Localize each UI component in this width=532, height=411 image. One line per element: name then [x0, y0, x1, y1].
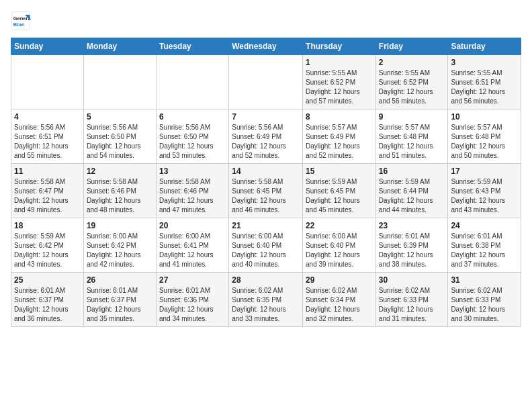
day-cell: 13Sunrise: 5:58 AM Sunset: 6:46 PM Dayli… — [156, 164, 228, 218]
day-number: 16 — [379, 167, 445, 176]
day-cell: 23Sunrise: 6:01 AM Sunset: 6:39 PM Dayli… — [375, 218, 448, 273]
day-info: Sunrise: 5:57 AM Sunset: 6:48 PM Dayligh… — [379, 123, 445, 161]
day-cell: 8Sunrise: 5:57 AM Sunset: 6:49 PM Daylig… — [303, 109, 376, 164]
day-info: Sunrise: 6:00 AM Sunset: 6:41 PM Dayligh… — [159, 232, 226, 269]
day-info: Sunrise: 6:00 AM Sunset: 6:40 PM Dayligh… — [306, 232, 373, 269]
calendar-table: SundayMondayTuesdayWednesdayThursdayFrid… — [11, 38, 521, 327]
header-row: SundayMondayTuesdayWednesdayThursdayFrid… — [11, 38, 521, 55]
day-cell: 24Sunrise: 6:01 AM Sunset: 6:38 PM Dayli… — [448, 218, 521, 273]
day-cell: 3Sunrise: 5:55 AM Sunset: 6:51 PM Daylig… — [448, 55, 521, 109]
day-info: Sunrise: 5:56 AM Sunset: 6:49 PM Dayligh… — [232, 123, 300, 161]
day-cell: 26Sunrise: 6:01 AM Sunset: 6:37 PM Dayli… — [83, 273, 156, 327]
day-header-saturday: Saturday — [448, 38, 521, 55]
day-number: 1 — [306, 58, 373, 67]
day-info: Sunrise: 5:58 AM Sunset: 6:47 PM Dayligh… — [14, 177, 81, 215]
day-cell: 6Sunrise: 5:56 AM Sunset: 6:50 PM Daylig… — [156, 109, 228, 164]
day-cell — [11, 55, 84, 109]
day-number: 13 — [159, 167, 226, 176]
day-info: Sunrise: 6:00 AM Sunset: 6:40 PM Dayligh… — [232, 232, 300, 269]
day-cell: 17Sunrise: 5:59 AM Sunset: 6:43 PM Dayli… — [448, 164, 521, 218]
day-number: 8 — [306, 112, 373, 122]
day-cell: 22Sunrise: 6:00 AM Sunset: 6:40 PM Dayli… — [303, 218, 376, 273]
day-cell — [156, 55, 228, 109]
day-cell: 30Sunrise: 6:02 AM Sunset: 6:33 PM Dayli… — [375, 273, 448, 327]
day-cell: 2Sunrise: 5:55 AM Sunset: 6:52 PM Daylig… — [375, 55, 448, 109]
day-cell: 5Sunrise: 5:56 AM Sunset: 6:50 PM Daylig… — [83, 109, 156, 164]
day-cell — [83, 55, 156, 109]
day-info: Sunrise: 6:00 AM Sunset: 6:42 PM Dayligh… — [87, 232, 153, 269]
week-row-3: 18Sunrise: 5:59 AM Sunset: 6:42 PM Dayli… — [11, 218, 521, 273]
day-cell: 18Sunrise: 5:59 AM Sunset: 6:42 PM Dayli… — [11, 218, 84, 273]
day-number: 3 — [451, 58, 518, 67]
day-info: Sunrise: 6:02 AM Sunset: 6:34 PM Dayligh… — [306, 286, 373, 324]
day-cell: 27Sunrise: 6:01 AM Sunset: 6:36 PM Dayli… — [156, 273, 228, 327]
day-info: Sunrise: 5:59 AM Sunset: 6:44 PM Dayligh… — [379, 177, 445, 215]
day-info: Sunrise: 5:59 AM Sunset: 6:43 PM Dayligh… — [451, 177, 518, 215]
day-cell: 10Sunrise: 5:57 AM Sunset: 6:48 PM Dayli… — [448, 109, 521, 164]
day-info: Sunrise: 5:57 AM Sunset: 6:48 PM Dayligh… — [451, 123, 518, 161]
day-number: 31 — [451, 275, 518, 285]
day-header-monday: Monday — [83, 38, 156, 55]
day-number: 12 — [87, 167, 153, 176]
day-info: Sunrise: 6:01 AM Sunset: 6:37 PM Dayligh… — [14, 286, 81, 324]
day-header-wednesday: Wednesday — [229, 38, 303, 55]
day-info: Sunrise: 6:01 AM Sunset: 6:38 PM Dayligh… — [451, 232, 518, 269]
day-number: 18 — [14, 221, 81, 230]
day-cell: 20Sunrise: 6:00 AM Sunset: 6:41 PM Dayli… — [156, 218, 228, 273]
week-row-1: 4Sunrise: 5:56 AM Sunset: 6:51 PM Daylig… — [11, 109, 521, 164]
day-cell: 11Sunrise: 5:58 AM Sunset: 6:47 PM Dayli… — [11, 164, 84, 218]
week-row-4: 25Sunrise: 6:01 AM Sunset: 6:37 PM Dayli… — [11, 273, 521, 327]
day-cell: 28Sunrise: 6:02 AM Sunset: 6:35 PM Dayli… — [229, 273, 303, 327]
svg-text:Blue: Blue — [13, 21, 24, 28]
day-number: 5 — [87, 112, 153, 122]
day-info: Sunrise: 6:02 AM Sunset: 6:35 PM Dayligh… — [232, 286, 300, 324]
day-number: 28 — [232, 275, 300, 285]
day-number: 15 — [306, 167, 373, 176]
day-info: Sunrise: 6:01 AM Sunset: 6:37 PM Dayligh… — [87, 286, 153, 324]
day-info: Sunrise: 5:57 AM Sunset: 6:49 PM Dayligh… — [306, 123, 373, 161]
day-cell: 4Sunrise: 5:56 AM Sunset: 6:51 PM Daylig… — [11, 109, 84, 164]
day-cell: 14Sunrise: 5:58 AM Sunset: 6:45 PM Dayli… — [229, 164, 303, 218]
day-info: Sunrise: 5:56 AM Sunset: 6:50 PM Dayligh… — [87, 123, 153, 161]
day-info: Sunrise: 5:55 AM Sunset: 6:52 PM Dayligh… — [306, 68, 373, 106]
day-info: Sunrise: 6:02 AM Sunset: 6:33 PM Dayligh… — [451, 286, 518, 324]
day-number: 19 — [87, 221, 153, 230]
day-number: 2 — [379, 58, 445, 67]
day-cell: 9Sunrise: 5:57 AM Sunset: 6:48 PM Daylig… — [375, 109, 448, 164]
day-number: 23 — [379, 221, 445, 230]
day-number: 11 — [14, 167, 81, 176]
day-number: 27 — [159, 275, 226, 285]
day-cell — [229, 55, 303, 109]
day-number: 26 — [87, 275, 153, 285]
day-cell: 15Sunrise: 5:59 AM Sunset: 6:45 PM Dayli… — [303, 164, 376, 218]
day-cell: 25Sunrise: 6:01 AM Sunset: 6:37 PM Dayli… — [11, 273, 84, 327]
day-cell: 31Sunrise: 6:02 AM Sunset: 6:33 PM Dayli… — [448, 273, 521, 327]
day-info: Sunrise: 5:59 AM Sunset: 6:42 PM Dayligh… — [14, 232, 81, 269]
week-row-0: 1Sunrise: 5:55 AM Sunset: 6:52 PM Daylig… — [11, 55, 521, 109]
day-number: 20 — [159, 221, 226, 230]
day-cell: 1Sunrise: 5:55 AM Sunset: 6:52 PM Daylig… — [303, 55, 376, 109]
day-number: 24 — [451, 221, 518, 230]
day-cell: 16Sunrise: 5:59 AM Sunset: 6:44 PM Dayli… — [375, 164, 448, 218]
day-number: 22 — [306, 221, 373, 230]
day-info: Sunrise: 5:58 AM Sunset: 6:46 PM Dayligh… — [159, 177, 226, 215]
day-number: 29 — [306, 275, 373, 285]
day-number: 10 — [451, 112, 518, 122]
day-info: Sunrise: 6:02 AM Sunset: 6:33 PM Dayligh… — [379, 286, 445, 324]
day-info: Sunrise: 5:58 AM Sunset: 6:46 PM Dayligh… — [87, 177, 153, 215]
week-row-2: 11Sunrise: 5:58 AM Sunset: 6:47 PM Dayli… — [11, 164, 521, 218]
day-number: 6 — [159, 112, 226, 122]
day-cell: 12Sunrise: 5:58 AM Sunset: 6:46 PM Dayli… — [83, 164, 156, 218]
day-info: Sunrise: 5:59 AM Sunset: 6:45 PM Dayligh… — [306, 177, 373, 215]
logo: General Blue — [11, 11, 34, 31]
day-cell: 7Sunrise: 5:56 AM Sunset: 6:49 PM Daylig… — [229, 109, 303, 164]
day-header-tuesday: Tuesday — [156, 38, 228, 55]
logo-icon: General Blue — [11, 11, 31, 31]
day-number: 4 — [14, 112, 81, 122]
day-number: 7 — [232, 112, 300, 122]
day-number: 21 — [232, 221, 300, 230]
day-info: Sunrise: 5:55 AM Sunset: 6:51 PM Dayligh… — [451, 68, 518, 106]
day-info: Sunrise: 5:55 AM Sunset: 6:52 PM Dayligh… — [379, 68, 445, 106]
page-header: General Blue — [11, 11, 521, 31]
day-header-friday: Friday — [375, 38, 448, 55]
